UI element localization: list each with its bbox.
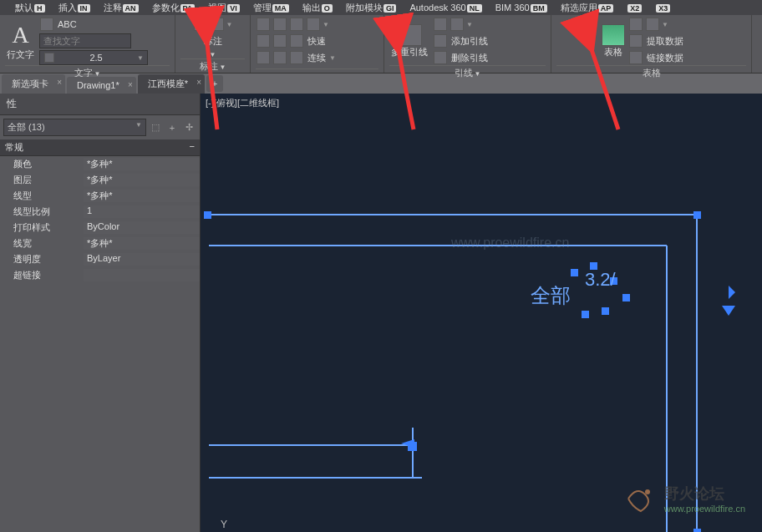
svg-rect-7 (693, 211, 701, 219)
ribbon-panel-misc: ▼ 快速 连续▼ (251, 15, 384, 73)
add-icon[interactable]: + (165, 120, 180, 135)
property-row[interactable]: 打印样式ByColor (0, 220, 200, 236)
remove-leader-button[interactable]: 删除引线 (450, 52, 490, 64)
menu-tab[interactable]: BIM 360BM (489, 3, 554, 13)
watermark-url: www.proewildfire.cn (664, 504, 745, 514)
menu-tab[interactable]: 注释AN (97, 2, 145, 14)
menu-tab[interactable]: 输出O (296, 2, 339, 14)
icon[interactable] (273, 18, 287, 31)
properties-title: 性 (0, 94, 200, 115)
icon[interactable] (450, 18, 464, 31)
add-leader-icon[interactable] (434, 34, 447, 48)
menu-tab[interactable]: Autodesk 360NL (403, 3, 488, 13)
extract-data-button[interactable]: 提取数据 (645, 35, 685, 48)
text-size-input[interactable]: 2.5▼ (39, 50, 148, 65)
svg-rect-9 (204, 211, 211, 219)
panel-title-leader[interactable]: 引线▼ (389, 65, 546, 80)
svg-rect-15 (582, 311, 589, 318)
text-icon[interactable]: A (12, 22, 28, 48)
drawing-canvas[interactable]: [-][俯视][二维线框] www.proewildfire.cn (201, 94, 762, 532)
icon[interactable] (257, 34, 270, 48)
canvas-text[interactable]: 3.2/ (585, 269, 617, 290)
multiline-text-button[interactable]: 行文字 (5, 48, 36, 61)
canvas-text[interactable]: 全部 (531, 284, 571, 307)
watermark: 野火论坛 www.proewildfire.cn (624, 482, 745, 515)
property-row[interactable]: 超链接 (0, 267, 200, 283)
svg-point-22 (645, 489, 650, 494)
menu-tab[interactable]: 视图VI (201, 2, 246, 14)
icon[interactable] (290, 18, 303, 31)
panel-title-table[interactable]: 表格 (556, 65, 746, 80)
pick-icon[interactable]: ✢ (181, 120, 196, 135)
multileader-button[interactable]: 多重引线 (389, 46, 429, 58)
continuous-button[interactable]: 连续 (306, 52, 328, 64)
property-row[interactable]: 线型*多种* (0, 188, 200, 204)
table-icon[interactable] (602, 24, 625, 46)
icon[interactable] (646, 18, 659, 31)
link-data-button[interactable]: 链接数据 (645, 52, 685, 64)
property-row[interactable]: 颜色*多种* (0, 156, 200, 172)
selection-dropdown[interactable]: 全部 (13)▼ (3, 119, 146, 136)
multileader-icon[interactable] (397, 24, 422, 46)
svg-marker-18 (729, 286, 735, 299)
menu-tab[interactable]: X2 (620, 3, 648, 13)
dimension-button[interactable]: 标注 (202, 35, 224, 48)
icon[interactable] (273, 51, 287, 64)
new-tab-button[interactable]: + (206, 75, 223, 92)
svg-text:Y: Y (221, 519, 227, 530)
properties-panel: 性 全部 (13)▼ ⬚ + ✢ 常规− 颜色*多种*图层*多种*线型*多种*线… (0, 94, 201, 532)
icon[interactable] (629, 18, 643, 31)
add-leader-button[interactable]: 添加引线 (450, 35, 490, 48)
ribbon: A 行文字 ABC 查找文字 2.5▼ 文字▼ ▼ 标注 ▼ 标注▼ (0, 15, 762, 73)
menu-tab[interactable]: 附加模块GI (339, 2, 404, 14)
quick-button[interactable]: 快速 (306, 35, 328, 48)
doc-tab[interactable]: 新选项卡× (2, 74, 65, 94)
svg-rect-14 (602, 307, 609, 315)
watermark-name: 野火论坛 (664, 484, 745, 504)
property-row[interactable]: 图层*多种* (0, 172, 200, 188)
dim-icon[interactable] (211, 18, 224, 31)
doc-tab[interactable]: 江西模座*× (138, 74, 205, 94)
menu-tab[interactable]: 默认H (8, 2, 52, 14)
panel-title[interactable] (256, 68, 378, 71)
extract-icon[interactable] (629, 34, 643, 48)
ribbon-panel-table: 表格 ▼ 提取数据 链接数据 表格 (551, 15, 752, 73)
text-style-icon[interactable] (40, 18, 53, 31)
property-row[interactable]: 线型比例1 (0, 204, 200, 220)
link-icon[interactable] (629, 51, 643, 64)
viewport-label[interactable]: [-][俯视][二维线框] (206, 97, 279, 109)
props-section-header[interactable]: 常规− (0, 139, 200, 156)
icon[interactable] (257, 51, 270, 64)
doc-tab[interactable]: Drawing1*× (67, 77, 136, 94)
menu-tab[interactable]: 精选应用AP (554, 2, 621, 14)
dim-icon[interactable] (194, 18, 207, 31)
icon[interactable] (290, 34, 303, 48)
watermark-logo-icon (624, 482, 658, 515)
menu-tab[interactable]: 参数化PA (145, 2, 202, 14)
svg-rect-13 (622, 294, 630, 301)
menu-tab[interactable]: 插入IN (52, 2, 97, 14)
property-row[interactable]: 透明度ByLayer (0, 251, 200, 267)
panel-title-dim[interactable]: 标注▼ (180, 58, 245, 73)
property-row[interactable]: 线宽*多种* (0, 236, 200, 251)
find-text-input[interactable]: 查找文字 (39, 33, 131, 48)
quick-select-icon[interactable]: ⬚ (148, 120, 163, 135)
table-button[interactable]: 表格 (602, 46, 624, 58)
ribbon-panel-dimension: ▼ 标注 ▼ 标注▼ (175, 15, 251, 73)
menu-tab-bar: 默认H 插入IN 注释AN 参数化PA 视图VI 管理MA 输出O 附加模块GI… (0, 0, 762, 15)
icon[interactable] (273, 34, 287, 48)
ribbon-panel-text: A 行文字 ABC 查找文字 2.5▼ 文字▼ (0, 15, 175, 73)
icon[interactable] (257, 18, 270, 31)
icon[interactable] (307, 18, 320, 31)
close-icon[interactable]: × (128, 80, 133, 89)
ribbon-panel-leader: 多重引线 ▼ 添加引线 删除引线 引线▼ (384, 15, 551, 73)
close-icon[interactable]: × (57, 78, 62, 87)
svg-rect-10 (571, 269, 578, 276)
icon[interactable] (290, 51, 303, 64)
svg-marker-19 (722, 306, 735, 316)
icon[interactable] (434, 18, 447, 31)
close-icon[interactable]: × (196, 78, 201, 87)
menu-tab[interactable]: 管理MA (246, 2, 296, 14)
remove-leader-icon[interactable] (434, 51, 447, 64)
menu-tab[interactable]: X3 (648, 3, 677, 13)
